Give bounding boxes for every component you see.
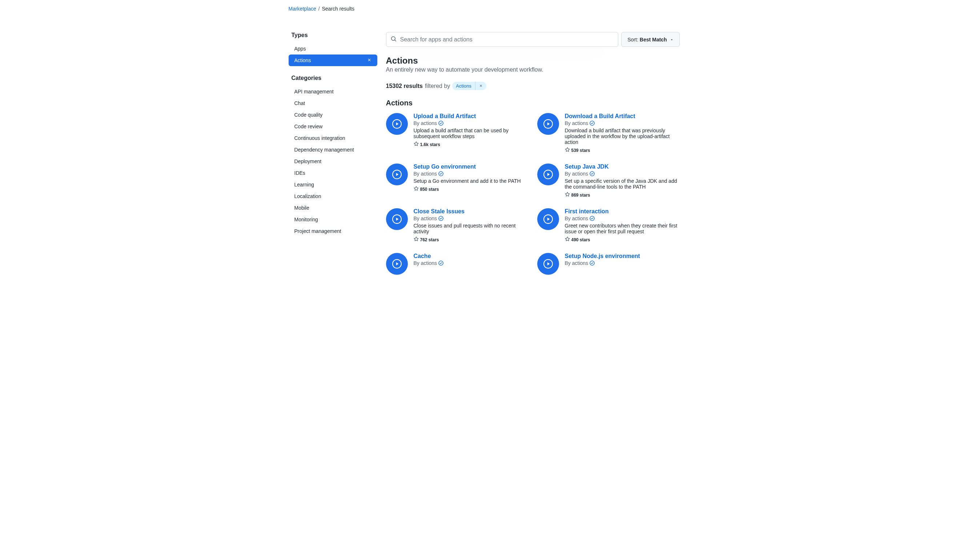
sidebar-item-label: Deployment <box>295 159 322 164</box>
result-byline: By actions <box>414 120 529 126</box>
sidebar-link-category[interactable]: Code review <box>288 121 377 132</box>
sidebar-item-category: Continuous integration <box>288 132 377 144</box>
result-title-link[interactable]: Download a Build Artifact <box>565 113 635 119</box>
sidebar-item-category: IDEs <box>288 167 377 179</box>
sidebar-link-category[interactable]: Deployment <box>288 156 377 167</box>
sort-value: Best Match <box>640 37 667 43</box>
result-card: Setup Node.js environmentBy actions <box>537 253 680 275</box>
breadcrumb-sep: / <box>318 6 320 12</box>
verified-icon <box>438 260 443 266</box>
result-title-link[interactable]: Setup Java JDK <box>565 164 609 170</box>
action-play-icon[interactable] <box>537 164 559 186</box>
sidebar-link-category[interactable]: IDEs <box>288 167 377 179</box>
result-description: Upload a build artifact that can be used… <box>414 128 529 139</box>
search-box[interactable] <box>386 32 619 47</box>
action-play-icon[interactable] <box>386 164 408 186</box>
sidebar-item-label: Code quality <box>295 112 323 118</box>
sidebar-item-category: Code quality <box>288 109 377 121</box>
results-grid: Upload a Build ArtifactBy actionsUpload … <box>386 113 680 275</box>
result-description: Close issues and pull requests with no r… <box>414 223 529 234</box>
sidebar-link-actions[interactable]: Actions <box>288 55 377 66</box>
result-byline: By actions <box>414 171 529 177</box>
action-play-icon[interactable] <box>537 208 559 230</box>
sidebar-link-category[interactable]: API management <box>288 86 377 98</box>
sidebar-link-category[interactable]: Project management <box>288 225 377 237</box>
star-icon <box>414 237 419 243</box>
sidebar-link-apps[interactable]: Apps <box>288 43 377 55</box>
sidebar-item-category: API management <box>288 86 377 98</box>
main: Sort: Best Match Actions An entirely new… <box>386 17 680 275</box>
close-icon <box>367 58 371 63</box>
result-title-link[interactable]: Upload a Build Artifact <box>414 113 476 119</box>
results-filtered-by: filtered by <box>425 83 450 89</box>
sidebar-item-category: Monitoring <box>288 214 377 225</box>
result-stars: 869 stars <box>565 192 680 198</box>
result-description: Setup a Go environment and add it to the… <box>414 178 529 184</box>
result-stars: 1.6k stars <box>414 141 529 147</box>
sidebar-link-category[interactable]: Continuous integration <box>288 132 377 144</box>
action-play-icon[interactable] <box>386 208 408 230</box>
result-title-link[interactable]: Setup Node.js environment <box>565 253 640 260</box>
sidebar-item-label: Monitoring <box>295 217 318 222</box>
types-heading: Types <box>288 32 377 41</box>
sidebar-item-category: Learning <box>288 179 377 191</box>
filter-chip-label[interactable]: Actions <box>452 82 475 90</box>
verified-icon <box>590 121 595 126</box>
action-play-icon[interactable] <box>537 253 559 275</box>
sidebar-item-label: Localization <box>295 193 322 199</box>
result-byline: By actions <box>565 120 680 126</box>
page-subtitle: An entirely new way to automate your dev… <box>386 66 680 73</box>
action-play-icon[interactable] <box>386 253 408 275</box>
search-input[interactable] <box>400 36 614 43</box>
result-title-link[interactable]: Setup Go environment <box>414 164 476 170</box>
sidebar-item-label: Learning <box>295 182 315 187</box>
result-byline: By actions <box>414 215 529 221</box>
sidebar-item-label: IDEs <box>295 170 305 176</box>
star-icon <box>565 192 570 198</box>
star-icon <box>565 237 570 243</box>
verified-icon <box>590 216 595 221</box>
sidebar-item-label: Dependency management <box>295 147 354 152</box>
sidebar-item-label: Continuous integration <box>295 135 345 141</box>
breadcrumb-root-link[interactable]: Marketplace <box>288 6 316 12</box>
sidebar-item-apps: Apps <box>288 43 377 55</box>
results-line: 15302 results filtered by Actions <box>386 82 680 90</box>
search-icon <box>391 36 400 43</box>
sidebar-item-category: Project management <box>288 225 377 237</box>
result-title-link[interactable]: Close Stale Issues <box>414 208 465 215</box>
types-list: Apps Actions <box>288 43 377 66</box>
sidebar-item-label: Project management <box>295 228 341 234</box>
star-icon <box>414 186 419 192</box>
verified-icon <box>438 121 443 126</box>
sidebar-link-category[interactable]: Mobile <box>288 202 377 214</box>
star-icon <box>414 141 419 147</box>
result-card: First interactionBy actionsGreet new con… <box>537 208 680 243</box>
sidebar-item-label: Actions <box>295 57 311 63</box>
sidebar-link-category[interactable]: Dependency management <box>288 144 377 156</box>
categories-list: API managementChatCode qualityCode revie… <box>288 86 377 237</box>
result-card: CacheBy actions <box>386 253 529 275</box>
result-title-link[interactable]: Cache <box>414 253 431 260</box>
breadcrumb: Marketplace / Search results <box>288 6 680 12</box>
sidebar-link-category[interactable]: Chat <box>288 98 377 109</box>
action-play-icon[interactable] <box>386 113 408 135</box>
sidebar-link-category[interactable]: Learning <box>288 179 377 191</box>
result-byline: By actions <box>565 260 680 266</box>
filter-chip: Actions <box>452 82 486 90</box>
sidebar-item-actions: Actions <box>288 55 377 66</box>
result-description: Greet new contributors when they create … <box>565 223 680 234</box>
sidebar-link-category[interactable]: Localization <box>288 191 377 202</box>
sidebar-link-category[interactable]: Code quality <box>288 109 377 121</box>
filter-chip-remove[interactable] <box>476 82 486 90</box>
chevron-down-icon <box>670 37 673 43</box>
sort-prefix: Sort: <box>627 37 638 43</box>
result-byline: By actions <box>565 171 680 177</box>
results-count: 15302 results <box>386 83 423 89</box>
action-play-icon[interactable] <box>537 113 559 135</box>
sidebar-item-category: Code review <box>288 121 377 132</box>
sort-button[interactable]: Sort: Best Match <box>621 32 680 47</box>
result-stars: 762 stars <box>414 237 529 243</box>
result-title-link[interactable]: First interaction <box>565 208 609 215</box>
sidebar-item-category: Chat <box>288 98 377 109</box>
sidebar-link-category[interactable]: Monitoring <box>288 214 377 225</box>
